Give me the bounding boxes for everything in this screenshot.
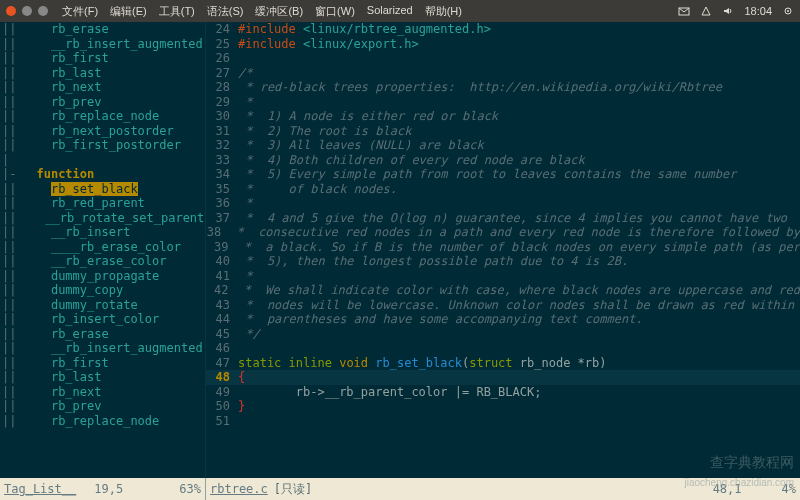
taglist-item[interactable]: || rb_replace_node — [0, 414, 205, 429]
taglist-item[interactable]: || rb_erase — [0, 22, 205, 37]
line-number: 47 — [206, 356, 238, 370]
taglist-item[interactable]: | — [0, 153, 205, 168]
taglist-item[interactable]: || dummy_copy — [0, 283, 205, 298]
code-line[interactable]: 39 * a black. So if B is the number of b… — [206, 240, 800, 255]
taglist-label: dummy_copy — [51, 283, 123, 297]
taglist-label: rb_last — [51, 66, 102, 80]
code-line[interactable]: 51 — [206, 414, 800, 429]
code-line[interactable]: 26 — [206, 51, 800, 66]
taglist-item[interactable]: || __rb_erase_color — [0, 254, 205, 269]
taglist-item[interactable]: || dummy_rotate — [0, 298, 205, 313]
code-line[interactable]: 41 * — [206, 269, 800, 284]
taglist-item[interactable]: || rb_first_postorder — [0, 138, 205, 153]
taglist-item[interactable]: || rb_erase — [0, 327, 205, 342]
code-line[interactable]: 48{ — [206, 370, 800, 385]
code-line[interactable]: 25#include <linux/export.h> — [206, 37, 800, 52]
code-line[interactable]: 45 */ — [206, 327, 800, 342]
mail-icon[interactable] — [678, 5, 690, 17]
fold-marker: || — [0, 95, 22, 109]
fold-marker: || — [0, 109, 22, 123]
code-line[interactable]: 42 * We shall indicate color with case, … — [206, 283, 800, 298]
taglist-item[interactable]: || rb_next_postorder — [0, 124, 205, 139]
menu-item[interactable]: 窗口(W) — [311, 4, 359, 19]
menu-item[interactable]: 语法(S) — [203, 4, 248, 19]
menu-item[interactable]: 编辑(E) — [106, 4, 151, 19]
code-text: * parentheses and have some accompanying… — [238, 312, 643, 326]
code-text: } — [238, 399, 245, 413]
fold-marker: || — [0, 240, 22, 254]
code-line[interactable]: 49 rb->__rb_parent_color |= RB_BLACK; — [206, 385, 800, 400]
taglist-item[interactable]: || __rb_insert — [0, 225, 205, 240]
menu-item[interactable]: 工具(T) — [155, 4, 199, 19]
maximize-icon[interactable] — [38, 6, 48, 16]
taglist-item[interactable]: || rb_prev — [0, 399, 205, 414]
network-icon[interactable] — [700, 5, 712, 17]
menu-item[interactable]: 帮助(H) — [421, 4, 466, 19]
close-icon[interactable] — [6, 6, 16, 16]
gear-icon[interactable] — [782, 5, 794, 17]
volume-icon[interactable] — [722, 5, 734, 17]
code-line[interactable]: 29 * — [206, 95, 800, 110]
line-number: 24 — [206, 22, 238, 36]
taglist-label: rb_next — [51, 385, 102, 399]
taglist-item[interactable]: || __rb_insert_augmented — [0, 341, 205, 356]
taglist-item[interactable]: || rb_next — [0, 80, 205, 95]
code-line[interactable]: 32 * 3) All leaves (NULL) are black — [206, 138, 800, 153]
taglist-label: rb_prev — [51, 95, 102, 109]
taglist-item[interactable]: || __rb_rotate_set_parents — [0, 211, 205, 226]
code-text: { — [238, 370, 245, 384]
code-line[interactable]: 34 * 5) Every simple path from root to l… — [206, 167, 800, 182]
code-line[interactable]: 38 * consecutive red nodes in a path and… — [206, 225, 800, 240]
code-line[interactable]: 50} — [206, 399, 800, 414]
taglist-item[interactable]: || dummy_propagate — [0, 269, 205, 284]
taglist-item[interactable]: || rb_last — [0, 66, 205, 81]
taglist-item[interactable]: || rb_prev — [0, 95, 205, 110]
taglist-label: dummy_propagate — [51, 269, 159, 283]
clock[interactable]: 18:04 — [744, 5, 772, 17]
taglist-item[interactable]: || rb_set_black — [0, 182, 205, 197]
code-line[interactable]: 44 * parentheses and have some accompany… — [206, 312, 800, 327]
minimize-icon[interactable] — [22, 6, 32, 16]
line-number: 51 — [206, 414, 238, 428]
code-text: * — [238, 196, 252, 210]
code-pane[interactable]: 24#include <linux/rbtree_augmented.h>25#… — [206, 22, 800, 478]
code-line[interactable]: 37 * 4 and 5 give the O(log n) guarantee… — [206, 211, 800, 226]
taglist-item[interactable]: || rb_first — [0, 356, 205, 371]
taglist-item[interactable]: || rb_red_parent — [0, 196, 205, 211]
code-line[interactable]: 24#include <linux/rbtree_augmented.h> — [206, 22, 800, 37]
code-line[interactable]: 27/* — [206, 66, 800, 81]
taglist-item[interactable]: || ____rb_erase_color — [0, 240, 205, 255]
menu-item[interactable]: 缓冲区(B) — [251, 4, 307, 19]
code-text: * a black. So if B is the number of blac… — [236, 240, 800, 254]
code-line[interactable]: 30 * 1) A node is either red or black — [206, 109, 800, 124]
taglist-item[interactable]: || rb_next — [0, 385, 205, 400]
taglist-label: rb_first — [51, 356, 109, 370]
line-number: 45 — [206, 327, 238, 341]
code-text: * 4) Both children of every red node are… — [238, 153, 585, 167]
taglist-item[interactable]: || rb_first — [0, 51, 205, 66]
code-line[interactable]: 35 * of black nodes. — [206, 182, 800, 197]
code-line[interactable]: 31 * 2) The root is black — [206, 124, 800, 139]
taglist-item[interactable]: || rb_last — [0, 370, 205, 385]
code-line[interactable]: 46 — [206, 341, 800, 356]
menu-item[interactable]: 文件(F) — [58, 4, 102, 19]
taglist-item[interactable]: |- function — [0, 167, 205, 182]
fold-marker: || — [0, 138, 22, 152]
taglist-pane[interactable]: || rb_erase|| __rb_insert_augmented|| rb… — [0, 22, 206, 478]
fold-marker: |- — [0, 167, 22, 181]
taglist-label: rb_insert_color — [51, 312, 159, 326]
code-line[interactable]: 47static inline void rb_set_black(struct… — [206, 356, 800, 371]
taglist-item[interactable]: || rb_replace_node — [0, 109, 205, 124]
code-line[interactable]: 43 * nodes will be lowercase. Unknown co… — [206, 298, 800, 313]
code-line[interactable]: 40 * 5), then the longest possible path … — [206, 254, 800, 269]
code-text: * 2) The root is black — [238, 124, 411, 138]
fold-marker: || — [0, 312, 22, 326]
taglist-item[interactable]: || __rb_insert_augmented — [0, 37, 205, 52]
code-line[interactable]: 33 * 4) Both children of every red node … — [206, 153, 800, 168]
taglist-item[interactable]: || rb_insert_color — [0, 312, 205, 327]
menu-item[interactable]: Solarized — [363, 4, 417, 19]
code-line[interactable]: 36 * — [206, 196, 800, 211]
code-line[interactable]: 28 * red-black trees properties: http://… — [206, 80, 800, 95]
line-number: 25 — [206, 37, 238, 51]
fold-marker: || — [0, 37, 22, 51]
